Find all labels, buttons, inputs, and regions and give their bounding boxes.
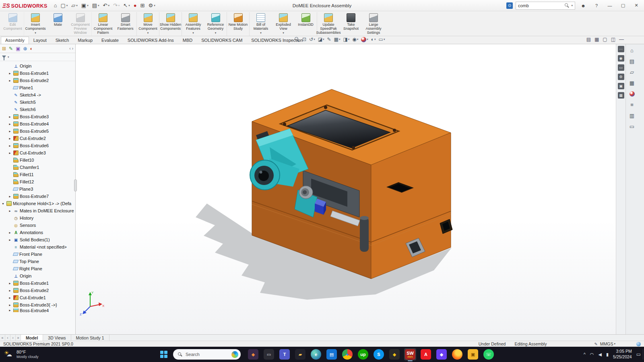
file-properties-icon[interactable]: ⊞ xyxy=(139,1,147,10)
command-tab[interactable]: Markup xyxy=(73,37,97,44)
tree-item[interactable]: ▸ Boss-Extrude6 xyxy=(0,142,75,149)
redo-icon[interactable]: ↷▾ xyxy=(111,1,121,10)
resources-home-icon[interactable]: ⌂ xyxy=(628,47,636,54)
expand-arrow-icon[interactable]: ▾ xyxy=(1,202,5,206)
record-screen-icon[interactable]: ▭ xyxy=(618,64,624,71)
orientation-triad[interactable]: Y X Z xyxy=(80,291,105,316)
taskbar-clock[interactable]: 3:05 PM 5/25/2024 xyxy=(613,349,632,360)
tree-item[interactable]: Fillet11 xyxy=(0,171,75,178)
tree-item[interactable]: ▸ Boss-Extrude2 xyxy=(0,287,75,294)
monitor-app-icon[interactable]: ▭ xyxy=(263,348,275,360)
tab-scroll-arrow[interactable]: ‹ xyxy=(5,335,10,341)
wifi-icon[interactable]: ◠ xyxy=(590,352,594,357)
configurationmanager-tab-icon[interactable]: ▣ xyxy=(16,46,20,51)
command-tab[interactable]: MBD xyxy=(178,37,197,44)
hide-show-items-icon[interactable]: ◉▾ xyxy=(352,37,358,42)
graphics-viewport[interactable]: Y X Z xyxy=(76,44,616,334)
tree-item[interactable]: Sensors xyxy=(0,222,75,229)
tree-item[interactable]: Sketch5 xyxy=(0,99,75,106)
tree-item[interactable]: ▸ Boss-Extrude3{ ->} xyxy=(0,301,75,309)
tree-item[interactable]: Chamfer1 xyxy=(0,164,75,171)
expand-arrow-icon[interactable]: ▸ xyxy=(8,122,12,126)
command-tab[interactable]: Assembly xyxy=(1,37,29,44)
skype-icon[interactable]: S xyxy=(373,348,385,360)
weather-widget[interactable]: ☀☁ 80°F Mostly cloudy xyxy=(0,350,39,359)
solidworks-taskbar-icon[interactable]: SW2021 xyxy=(404,348,416,360)
tree-item[interactable]: ▸ Boss-Extrude4 xyxy=(0,120,75,128)
ribbon-button[interactable]: Large Assembly Settings ▾ xyxy=(362,12,385,36)
file-explorer-pane-icon[interactable]: ▱ xyxy=(628,68,636,76)
options-dots-icon[interactable]: ⋯ xyxy=(618,46,624,52)
file-explorer-icon[interactable]: ▰ xyxy=(294,348,306,360)
web-help-icon[interactable] xyxy=(636,342,641,346)
expand-arrow-icon[interactable]: ▸ xyxy=(8,209,12,213)
screenshot-camera-icon[interactable]: ◉ xyxy=(618,55,624,62)
panel-splitter-grip[interactable] xyxy=(74,179,77,191)
open-icon[interactable]: ▱▾ xyxy=(70,1,79,10)
command-tab[interactable]: SOLIDWORKS Add-Ins xyxy=(123,37,178,44)
dev-tool-icon[interactable]: ◆ xyxy=(388,348,400,360)
dropdown-caret-icon[interactable]: ▾ xyxy=(108,4,109,7)
manager-tab-chevrons[interactable]: ‹› xyxy=(69,46,73,51)
tree-item[interactable]: ▸ Boss-Extrude1 xyxy=(0,70,75,77)
pane-grid-icon[interactable]: ▦ xyxy=(594,37,599,42)
search-input[interactable] xyxy=(518,3,563,8)
tree-item[interactable]: Plane1 xyxy=(0,84,75,91)
close-button[interactable]: ✕ xyxy=(631,1,642,10)
acrobat-icon[interactable]: A xyxy=(420,348,432,360)
tree-item[interactable]: ▸ Boss-Extrude4 xyxy=(0,309,75,312)
section-view-icon[interactable]: ◪▾ xyxy=(318,37,324,42)
dropdown-caret-icon[interactable]: ▾ xyxy=(154,4,155,7)
expand-arrow-icon[interactable]: ▸ xyxy=(8,130,12,133)
ribbon-button[interactable]: Take Snapshot xyxy=(340,12,362,36)
expand-arrow-icon[interactable]: ▸ xyxy=(8,296,12,300)
creative-media-app-icon[interactable]: ◆ xyxy=(247,348,259,360)
dropdown-caret-icon[interactable]: ▾ xyxy=(118,4,120,7)
home-icon[interactable]: ⌂ xyxy=(52,1,59,10)
ribbon-button[interactable]: Move Component ▾ xyxy=(137,12,159,36)
ribbon-button[interactable]: Linear Component Pattern ▾ xyxy=(92,12,114,36)
tree-item[interactable]: Right Plane xyxy=(0,265,75,272)
tree-item[interactable]: ▸ Boss-Extrude1 xyxy=(0,280,75,287)
expand-arrow-icon[interactable]: ▸ xyxy=(8,137,12,140)
edit-appearance-icon[interactable]: ▾ xyxy=(361,37,368,42)
ribbon-button[interactable]: Update SpeedPak Subassemblies xyxy=(317,12,340,36)
command-tab[interactable]: Layout xyxy=(29,37,51,44)
volume-icon[interactable]: ◀ xyxy=(598,352,601,357)
expand-arrow-icon[interactable]: ▸ xyxy=(8,282,12,285)
tree-item[interactable]: ▸ Mates in DoMEE Enclosure xyxy=(0,207,75,214)
dropdown-caret-icon[interactable]: ▾ xyxy=(128,4,130,7)
tree-item[interactable]: History xyxy=(0,214,75,222)
edge-icon[interactable]: e xyxy=(310,348,322,360)
design-library-icon[interactable]: ▤ xyxy=(628,58,636,65)
dropdown-caret-icon[interactable]: ▾ xyxy=(147,31,149,35)
tree-item[interactable]: ▸ Cut-Extrude2 xyxy=(0,135,75,142)
firefox-icon[interactable] xyxy=(451,348,463,360)
expand-arrow-icon[interactable]: ▸ xyxy=(8,309,12,312)
expand-arrow-icon[interactable]: ▸ xyxy=(8,289,12,292)
purple-app-icon[interactable]: ◆ xyxy=(436,348,448,360)
tree-item[interactable]: ▸ Boss-Extrude3 xyxy=(0,113,75,120)
command-tab[interactable]: Evaluate xyxy=(97,37,123,44)
help-icon[interactable]: ? xyxy=(591,1,602,10)
dimxpertmanager-tab-icon[interactable]: ⊕ xyxy=(23,46,27,51)
ribbon-button[interactable]: Bill of Materials ▾ xyxy=(250,12,272,36)
yellow-files-icon[interactable]: ▣ xyxy=(467,348,479,360)
command-tab[interactable]: Sketch xyxy=(51,37,74,44)
tree-item[interactable]: ▸ Boss-Extrude5 xyxy=(0,128,75,135)
custom-properties-icon[interactable]: ≡ xyxy=(628,101,636,108)
dropdown-caret-icon[interactable]: ▾ xyxy=(215,31,217,35)
capture-settings-icon[interactable]: ⚙ xyxy=(618,74,624,80)
dropdown-caret-icon[interactable]: ▾ xyxy=(76,4,78,7)
save-icon[interactable]: ▣▾ xyxy=(80,1,90,10)
tree-item[interactable]: Sketch6 xyxy=(0,106,75,113)
dynamic-annotation-views-icon[interactable]: ✎ xyxy=(327,37,331,42)
whatsapp-icon[interactable]: ☏ xyxy=(483,348,495,360)
document-tab[interactable]: Model xyxy=(21,335,43,341)
tree-item[interactable]: Origin xyxy=(0,272,75,280)
chrome-icon[interactable]: ● xyxy=(341,348,353,360)
ribbon-button[interactable]: Reference Geometry ▾ xyxy=(204,12,227,36)
tree-item[interactable]: Material <not specified> xyxy=(0,243,75,251)
tree-item[interactable]: ▸ Solid Bodies(1) xyxy=(0,236,75,243)
grid-capture-icon[interactable]: ▦ xyxy=(618,92,624,99)
